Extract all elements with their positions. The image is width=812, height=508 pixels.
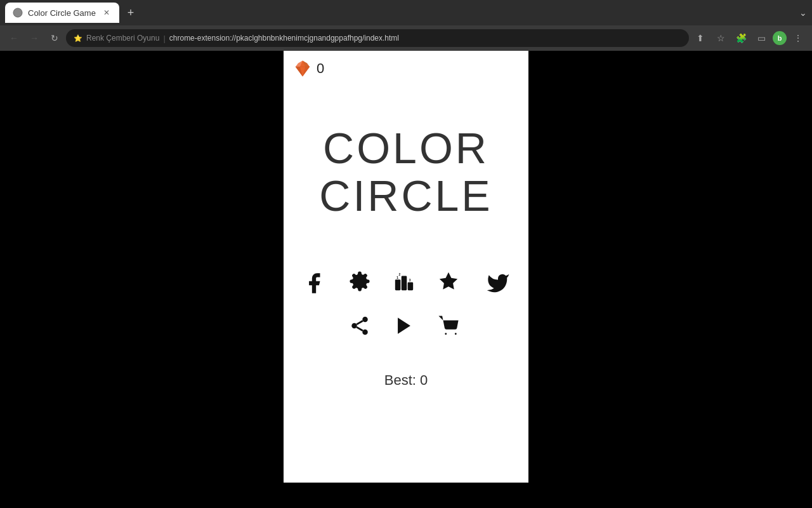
favorites-button[interactable]: [431, 264, 466, 298]
lock-icon: ⭐: [74, 34, 82, 43]
best-value: 0: [420, 372, 428, 388]
content-area: 0 COLOR CIRCLE: [0, 51, 812, 508]
svg-point-16: [362, 329, 368, 335]
address-bar-row: ← → ↻ ⭐ Renk Çemberi Oyunu | chrome-exte…: [0, 25, 812, 51]
address-separator: |: [163, 34, 165, 43]
score-area: 0: [284, 51, 528, 86]
svg-point-21: [455, 333, 457, 335]
svg-line-18: [357, 321, 363, 324]
reload-button[interactable]: ↻: [46, 29, 63, 47]
game-title: COLOR CIRCLE: [319, 124, 492, 220]
svg-marker-13: [440, 272, 457, 289]
svg-point-0: [13, 8, 22, 17]
menu-icons-outer: 1 2 3: [298, 220, 514, 347]
tab-search-icon[interactable]: ⌄: [799, 8, 807, 18]
svg-text:2: 2: [399, 272, 401, 276]
svg-point-20: [445, 333, 447, 335]
play-button[interactable]: [387, 309, 421, 343]
tab-bar: Color Circle Game ✕ + ⌄: [0, 0, 812, 25]
settings-button[interactable]: [343, 264, 377, 298]
svg-point-15: [351, 323, 357, 328]
address-url: chrome-extension://pkaclghbnbnkhenimcjgn…: [169, 34, 399, 43]
bookmark-button[interactable]: ☆: [712, 29, 730, 47]
svg-text:3: 3: [409, 279, 411, 282]
svg-line-17: [357, 327, 363, 331]
address-breadcrumb: Renk Çemberi Oyunu: [86, 34, 159, 43]
svg-rect-7: [395, 279, 401, 290]
back-button[interactable]: ←: [5, 29, 23, 47]
forward-button[interactable]: →: [25, 29, 43, 47]
toolbar-right: ⬆ ☆ 🧩 ▭ b ⋮: [691, 29, 807, 47]
diamond-icon: [294, 60, 311, 77]
menu-button[interactable]: ⋮: [789, 29, 807, 47]
game-title-line1: COLOR: [319, 124, 492, 172]
new-tab-button[interactable]: +: [122, 4, 140, 22]
shop-button[interactable]: [431, 309, 466, 343]
leaderboard-button[interactable]: 1 2 3: [387, 264, 421, 298]
address-bar[interactable]: ⭐ Renk Çemberi Oyunu | chrome-extension:…: [66, 29, 689, 47]
facebook-button[interactable]: [298, 267, 330, 299]
svg-point-14: [362, 316, 368, 322]
browser-chrome: Color Circle Game ✕ + ⌄ ← → ↻ ⭐ Renk Çem…: [0, 0, 812, 51]
score-display: 0: [317, 60, 324, 77]
twitter-button[interactable]: [482, 267, 514, 299]
share-button[interactable]: [343, 309, 377, 343]
svg-rect-9: [408, 282, 414, 290]
active-tab[interactable]: Color Circle Game ✕: [5, 3, 119, 23]
game-panel: 0 COLOR CIRCLE: [284, 51, 528, 483]
tab-close-button[interactable]: ✕: [102, 8, 112, 18]
profile-button[interactable]: b: [773, 31, 787, 45]
tab-right-controls: ⌄: [799, 8, 807, 18]
share-page-button[interactable]: ⬆: [691, 29, 709, 47]
svg-rect-8: [402, 276, 407, 290]
cast-button[interactable]: ▭: [752, 29, 770, 47]
extensions-puzzle-button[interactable]: 🧩: [732, 29, 750, 47]
menu-icons-grid: 1 2 3: [343, 264, 469, 347]
best-label: Best:: [384, 372, 416, 388]
tab-favicon-icon: [13, 8, 23, 18]
tab-title: Color Circle Game: [28, 8, 96, 18]
game-title-line2: CIRCLE: [319, 172, 492, 220]
best-score: Best: 0: [384, 372, 428, 389]
svg-marker-19: [398, 318, 410, 334]
